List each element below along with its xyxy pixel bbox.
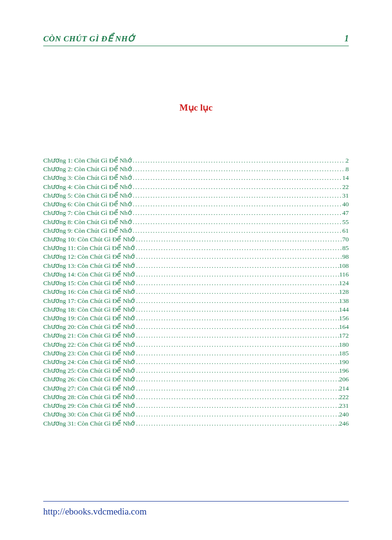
- toc-entry[interactable]: Chương 3: Còn Chút Gì Để Nhớ14: [43, 174, 349, 182]
- toc-list: Chương 1: Còn Chút Gì Để Nhớ2Chương 2: C…: [43, 156, 349, 428]
- toc-entry[interactable]: Chương 26: Còn Chút Gì Để Nhớ206: [43, 375, 349, 384]
- toc-entry[interactable]: Chương 30: Còn Chút Gì Để Nhớ240: [43, 410, 349, 419]
- toc-entry-page: 144: [339, 305, 349, 314]
- toc-entry[interactable]: Chương 10: Còn Chút Gì Để Nhớ70: [43, 235, 349, 244]
- toc-entry-label: Chương 12: Còn Chút Gì Để Nhớ: [43, 252, 135, 261]
- toc-entry-label: Chương 11: Còn Chút Gì Để Nhớ: [43, 244, 135, 252]
- toc-entry[interactable]: Chương 7: Còn Chút Gì Để Nhớ47: [43, 209, 349, 217]
- toc-entry-page: 40: [343, 200, 349, 209]
- toc-entry-page: 240: [339, 410, 349, 419]
- toc-entry-label: Chương 18: Còn Chút Gì Để Nhớ: [43, 305, 135, 314]
- toc-leader-dots: [135, 331, 339, 340]
- toc-leader-dots: [135, 410, 339, 419]
- toc-entry-page: 124: [339, 279, 349, 288]
- toc-leader-dots: [132, 174, 343, 182]
- toc-entry[interactable]: Chương 20: Còn Chút Gì Để Nhớ164: [43, 323, 349, 331]
- toc-entry-label: Chương 29: Còn Chút Gì Để Nhớ: [43, 402, 135, 410]
- toc-entry[interactable]: Chương 9: Còn Chút Gì Để Nhớ61: [43, 226, 349, 235]
- toc-entry[interactable]: Chương 23: Còn Chút Gì Để Nhớ185: [43, 349, 349, 358]
- toc-entry-label: Chương 31: Còn Chút Gì Để Nhớ: [43, 419, 135, 428]
- toc-entry-page: 116: [339, 270, 349, 279]
- toc-leader-dots: [135, 323, 339, 331]
- toc-entry-label: Chương 27: Còn Chút Gì Để Nhớ: [43, 384, 135, 393]
- toc-leader-dots: [132, 209, 343, 217]
- toc-entry-page: 246: [339, 419, 349, 428]
- toc-entry-page: 128: [339, 288, 349, 296]
- toc-entry[interactable]: Chương 21: Còn Chút Gì Để Nhớ172: [43, 331, 349, 340]
- toc-entry-label: Chương 28: Còn Chút Gì Để Nhớ: [43, 393, 135, 402]
- toc-entry-page: 196: [339, 366, 349, 375]
- toc-leader-dots: [135, 288, 339, 296]
- toc-leader-dots: [135, 297, 339, 305]
- toc-entry-label: Chương 21: Còn Chút Gì Để Nhớ: [43, 331, 135, 340]
- toc-entry[interactable]: Chương 16: Còn Chút Gì Để Nhớ128: [43, 288, 349, 296]
- toc-entry-label: Chương 14: Còn Chút Gì Để Nhớ: [43, 270, 135, 279]
- toc-entry-page: 22: [343, 183, 349, 191]
- toc-entry-page: 61: [343, 226, 349, 235]
- toc-entry-page: 172: [339, 331, 349, 340]
- toc-entry[interactable]: Chương 1: Còn Chút Gì Để Nhớ2: [43, 156, 349, 165]
- toc-leader-dots: [135, 349, 339, 358]
- toc-entry-page: 156: [339, 314, 349, 323]
- toc-entry[interactable]: Chương 25: Còn Chút Gì Để Nhớ196: [43, 366, 349, 375]
- toc-entry-label: Chương 17: Còn Chút Gì Để Nhớ: [43, 297, 135, 305]
- toc-entry-page: 85: [343, 244, 349, 252]
- toc-leader-dots: [135, 393, 339, 402]
- toc-leader-dots: [135, 270, 339, 279]
- toc-entry[interactable]: Chương 24: Còn Chút Gì Để Nhớ190: [43, 358, 349, 366]
- toc-entry-page: 31: [343, 191, 349, 200]
- toc-entry[interactable]: Chương 27: Còn Chút Gì Để Nhớ214: [43, 384, 349, 393]
- toc-entry-page: 206: [339, 375, 349, 384]
- toc-entry[interactable]: Chương 8: Còn Chút Gì Để Nhớ55: [43, 218, 349, 226]
- toc-entry-label: Chương 3: Còn Chút Gì Để Nhớ: [43, 174, 132, 182]
- toc-entry-label: Chương 15: Còn Chút Gì Để Nhớ: [43, 279, 135, 288]
- toc-entry[interactable]: Chương 29: Còn Chút Gì Để Nhớ231: [43, 402, 349, 410]
- toc-entry[interactable]: Chương 17: Còn Chút Gì Để Nhớ138: [43, 297, 349, 305]
- toc-entry[interactable]: Chương 12: Còn Chút Gì Để Nhớ98: [43, 252, 349, 261]
- toc-entry[interactable]: Chương 13: Còn Chút Gì Để Nhớ108: [43, 262, 349, 270]
- toc-entry-label: Chương 24: Còn Chút Gì Để Nhớ: [43, 358, 135, 366]
- toc-entry[interactable]: Chương 14: Còn Chút Gì Để Nhớ116: [43, 270, 349, 279]
- toc-leader-dots: [132, 218, 343, 226]
- toc-entry[interactable]: Chương 15: Còn Chút Gì Để Nhớ124: [43, 279, 349, 288]
- toc-entry[interactable]: Chương 31: Còn Chút Gì Để Nhớ246: [43, 419, 349, 428]
- toc-entry[interactable]: Chương 28: Còn Chút Gì Để Nhớ222: [43, 393, 349, 402]
- toc-entry-page: 108: [339, 262, 349, 270]
- toc-entry[interactable]: Chương 4: Còn Chút Gì Để Nhớ22: [43, 183, 349, 191]
- toc-entry[interactable]: Chương 2: Còn Chút Gì Để Nhớ8: [43, 165, 349, 174]
- toc-entry[interactable]: Chương 22: Còn Chút Gì Để Nhớ180: [43, 340, 349, 349]
- toc-heading: Mục lục: [43, 102, 349, 113]
- toc-entry-page: 47: [343, 209, 349, 217]
- toc-entry-label: Chương 4: Còn Chút Gì Để Nhớ: [43, 183, 132, 191]
- toc-entry-label: Chương 1: Còn Chút Gì Để Nhớ: [43, 156, 132, 165]
- toc-entry[interactable]: Chương 19: Còn Chút Gì Để Nhớ156: [43, 314, 349, 323]
- toc-entry-label: Chương 2: Còn Chút Gì Để Nhớ: [43, 165, 132, 174]
- toc-leader-dots: [132, 156, 346, 165]
- toc-entry-label: Chương 9: Còn Chút Gì Để Nhớ: [43, 226, 132, 235]
- toc-entry-page: 222: [339, 393, 349, 402]
- toc-entry[interactable]: Chương 5: Còn Chút Gì Để Nhớ31: [43, 191, 349, 200]
- toc-entry-page: 231: [339, 402, 349, 410]
- toc-entry-label: Chương 22: Còn Chút Gì Để Nhớ: [43, 340, 135, 349]
- footer-rule: [43, 501, 349, 502]
- toc-entry-page: 164: [339, 323, 349, 331]
- toc-leader-dots: [132, 165, 346, 174]
- toc-leader-dots: [132, 200, 343, 209]
- toc-entry[interactable]: Chương 6: Còn Chút Gì Để Nhớ40: [43, 200, 349, 209]
- toc-entry-page: 138: [339, 297, 349, 305]
- toc-entry-page: 14: [343, 174, 349, 182]
- toc-entry-label: Chương 10: Còn Chút Gì Để Nhớ: [43, 235, 135, 244]
- toc-leader-dots: [135, 358, 339, 366]
- toc-entry[interactable]: Chương 18: Còn Chút Gì Để Nhớ144: [43, 305, 349, 314]
- toc-entry-page: 55: [343, 218, 349, 226]
- toc-leader-dots: [135, 279, 339, 288]
- toc-leader-dots: [135, 366, 339, 375]
- toc-entry-label: Chương 30: Còn Chút Gì Để Nhớ: [43, 410, 135, 419]
- toc-leader-dots: [135, 384, 339, 393]
- toc-entry-label: Chương 5: Còn Chút Gì Để Nhớ: [43, 191, 132, 200]
- toc-leader-dots: [132, 183, 343, 191]
- toc-entry[interactable]: Chương 11: Còn Chút Gì Để Nhớ85: [43, 244, 349, 252]
- toc-leader-dots: [135, 305, 339, 314]
- header-title: CÒN CHÚT GÌ ĐỂ NHỚ: [43, 34, 136, 44]
- toc-leader-dots: [132, 226, 343, 235]
